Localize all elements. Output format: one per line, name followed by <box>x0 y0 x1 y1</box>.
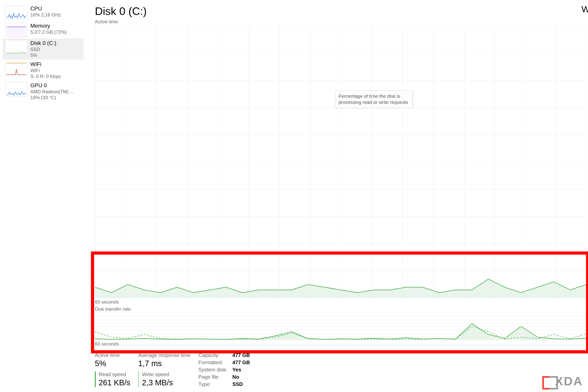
main-chart-area: Percentage of time the disk is processin… <box>95 26 588 347</box>
disk-info-table: Capacity:477 GBFormatted:477 GBSystem di… <box>198 352 250 387</box>
stat-value: 261 KB/s <box>98 378 130 387</box>
stat-value: 2,3 MB/s <box>142 378 190 387</box>
sidebar-thumb-icon <box>5 6 28 20</box>
sidebar-thumb-icon <box>5 61 28 75</box>
sidebar-item-sub: 5,2/7,2 GB (72%) <box>30 30 67 35</box>
chart-tooltip: Percentage of time the disk is processin… <box>335 90 412 108</box>
xda-watermark: XDA <box>546 374 583 388</box>
sidebar-item-sub: WiFi <box>30 68 61 73</box>
info-key: Capacity: <box>198 352 227 358</box>
cropped-letter: W <box>582 4 588 14</box>
stat-value: 5% <box>95 359 130 368</box>
sidebar-item-title: GPU 0 <box>30 82 74 88</box>
info-value: No <box>232 374 250 380</box>
info-value: Yes <box>232 367 250 373</box>
xda-logo-icon <box>546 375 554 388</box>
stat-avg-rt: Average response time 1,7 ms Write speed… <box>138 352 190 387</box>
sidebar-item-wifi[interactable]: WiFiWiFiS: 0 R: 0 Kbps <box>3 60 84 81</box>
svg-rect-0 <box>7 27 26 37</box>
sidebar-item-title: Memory <box>30 23 67 29</box>
sidebar-item-sub: AMD Radeon(TM) ... <box>30 89 74 94</box>
stat-label: Write speed <box>142 372 190 378</box>
info-value: 477 GB <box>232 360 250 366</box>
sidebar-item-sub: 18% (33 °C) <box>30 95 74 100</box>
sidebar-item-sub: 5% <box>30 52 56 58</box>
stat-active-time: Active time 5% Read speed 261 KB/s <box>95 352 130 387</box>
chart-transfer-label: Disk transfer rate <box>95 306 588 312</box>
stat-label: Active time <box>95 352 130 358</box>
active-time-chart[interactable]: Percentage of time the disk is processin… <box>95 26 587 298</box>
sidebar-item-title: CPU <box>30 6 61 12</box>
info-key: Page file: <box>198 374 227 380</box>
transfer-rate-chart[interactable] <box>95 312 587 340</box>
sidebar-item-gpu-0[interactable]: GPU 0AMD Radeon(TM) ...18% (33 °C) <box>3 81 84 102</box>
sidebar-thumb-icon <box>5 40 28 54</box>
page-title: Disk 0 (C:) <box>95 5 588 18</box>
sidebar-thumb-icon <box>5 82 28 96</box>
stat-read-speed: Read speed 261 KB/s <box>95 372 130 387</box>
stat-write-speed: Write speed 2,3 MB/s <box>138 372 190 387</box>
stat-label: Read speed <box>98 372 130 378</box>
info-value: SSD <box>232 381 250 387</box>
active-time-axis: 60 seconds <box>95 299 588 305</box>
sidebar-item-sub: 16% 2,16 GHz <box>30 12 61 18</box>
sidebar-item-sub: SSD <box>30 47 56 52</box>
sidebar-item-sub: S: 0 R: 0 Kbps <box>30 74 61 79</box>
info-value: 477 GB <box>232 352 250 358</box>
sidebar-item-cpu[interactable]: CPU16% 2,16 GHz <box>3 4 84 21</box>
info-key: System disk: <box>198 367 227 373</box>
perf-sidebar: CPU16% 2,16 GHzMemory5,2/7,2 GB (72%)Dis… <box>0 0 86 392</box>
sidebar-thumb-icon <box>5 23 28 37</box>
stats-row: Active time 5% Read speed 261 KB/s Avera… <box>95 352 588 387</box>
sidebar-item-disk-0-c-[interactable]: Disk 0 (C:)SSD5% <box>3 38 84 60</box>
transfer-rate-plot <box>95 313 587 340</box>
stat-value: 1,7 ms <box>138 359 190 368</box>
sidebar-item-memory[interactable]: Memory5,2/7,2 GB (72%) <box>3 21 84 38</box>
sidebar-item-title: WiFi <box>30 61 61 68</box>
chart-active-time-label: Active time <box>95 19 588 24</box>
info-key: Formatted: <box>198 360 227 366</box>
stat-label: Average response time <box>138 352 190 358</box>
watermark-text: XDA <box>555 374 583 388</box>
info-key: Type: <box>198 381 227 387</box>
perf-main: Disk 0 (C:) Active time Percentage of ti… <box>86 0 588 392</box>
transfer-rate-axis: 60 seconds <box>95 341 588 347</box>
sidebar-item-title: Disk 0 (C:) <box>30 40 56 46</box>
